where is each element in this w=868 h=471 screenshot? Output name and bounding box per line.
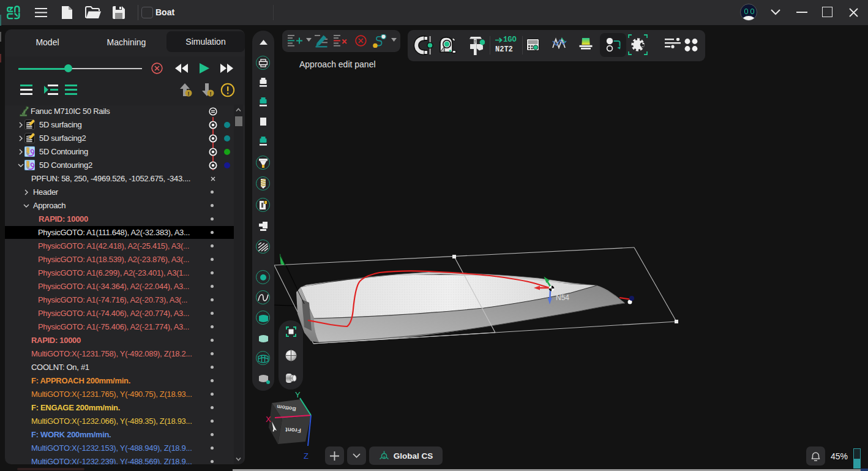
svg-text:X: X [266,415,271,424]
svg-text:!: ! [188,91,190,97]
svg-text:Front: Front [285,426,301,434]
svg-text:Z: Z [304,451,309,461]
svg-text:!: ! [210,91,212,97]
svg-text:N54: N54 [556,293,569,302]
svg-text:Y: Y [295,390,301,399]
